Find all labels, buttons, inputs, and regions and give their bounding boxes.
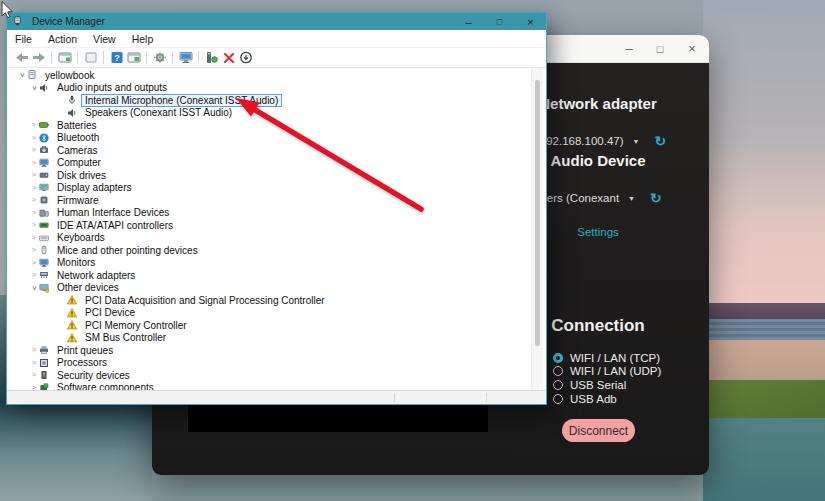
minimize-button[interactable]: – xyxy=(453,13,484,30)
device-manager-titlebar[interactable]: Device Manager – □ × xyxy=(7,13,546,30)
disable-icon[interactable] xyxy=(237,50,254,65)
tree-item[interactable]: Speakers (Conexant ISST Audio) xyxy=(7,107,546,120)
tree-item-label[interactable]: Software components xyxy=(54,382,157,390)
tree-item-label[interactable]: Network adapters xyxy=(54,270,138,281)
tree-item-label[interactable]: Other devices xyxy=(54,282,122,293)
menu-item-help[interactable]: Help xyxy=(124,33,162,45)
tree-item-label[interactable]: PCI Data Acquisition and Signal Processi… xyxy=(82,295,328,306)
close-button[interactable]: × xyxy=(515,13,546,30)
close-button[interactable]: × xyxy=(681,35,703,62)
tree-expander-icon[interactable]: > xyxy=(29,170,39,180)
tree-expander-icon[interactable]: > xyxy=(29,133,39,143)
help-icon[interactable]: ? xyxy=(108,50,125,65)
tree-item-label[interactable]: Firmware xyxy=(54,195,102,206)
tree-item[interactable]: PCI Memory Controller xyxy=(7,319,546,332)
minimize-button[interactable]: – xyxy=(618,35,640,62)
tree-item[interactable]: >Bluetooth xyxy=(7,132,546,145)
tree-item[interactable]: Internal Microphone (Conexant ISST Audio… xyxy=(7,94,546,107)
menu-item-view[interactable]: View xyxy=(85,33,124,45)
radio-icon[interactable] xyxy=(553,394,563,404)
maximize-button[interactable]: □ xyxy=(649,35,671,62)
tree-item-label[interactable]: Internal Microphone (Conexant ISST Audio… xyxy=(82,95,281,106)
tree-item[interactable]: >Network adapters xyxy=(7,269,546,282)
tree-item-label[interactable]: PCI Device xyxy=(82,307,138,318)
menu-item-file[interactable]: File xyxy=(7,33,40,45)
disconnect-button[interactable]: Disconnect xyxy=(562,419,635,442)
tree-item-label[interactable]: Print queues xyxy=(54,345,116,356)
tree-item[interactable]: PCI Data Acquisition and Signal Processi… xyxy=(7,294,546,307)
tree-expander-icon[interactable]: > xyxy=(29,245,39,255)
tree-item-label[interactable]: SM Bus Controller xyxy=(82,332,169,343)
tree-item-label[interactable]: Batteries xyxy=(54,120,99,131)
radio-icon[interactable] xyxy=(553,380,563,390)
tree-expander-icon[interactable]: > xyxy=(29,383,39,390)
tree-expander-icon[interactable]: > xyxy=(29,358,39,368)
menu-item-action[interactable]: Action xyxy=(40,33,85,45)
tree-item-label[interactable]: Processors xyxy=(54,357,110,368)
tree-item[interactable]: >Keyboards xyxy=(7,232,546,245)
tree-item-label[interactable]: Human Interface Devices xyxy=(54,207,172,218)
tree-item[interactable]: >Batteries xyxy=(7,119,546,132)
tree-expander-icon[interactable]: > xyxy=(29,195,39,205)
tree-expander-icon[interactable]: > xyxy=(29,233,39,243)
tree-item-label[interactable]: IDE ATA/ATAPI controllers xyxy=(54,220,176,231)
maximize-button[interactable]: □ xyxy=(484,13,515,30)
computer-icon[interactable] xyxy=(177,50,194,65)
tree-expander-icon[interactable]: > xyxy=(29,83,39,93)
tree-item[interactable]: >Mice and other pointing devices xyxy=(7,244,546,257)
forward-icon[interactable] xyxy=(30,50,47,65)
tree-item-label[interactable]: PCI Memory Controller xyxy=(82,320,190,331)
tree-item[interactable]: >Disk drives xyxy=(7,169,546,182)
tree-item[interactable]: >yellowbook xyxy=(7,69,546,82)
tree-expander-icon[interactable]: > xyxy=(29,370,39,380)
tree-expander-icon[interactable]: > xyxy=(29,183,39,193)
refresh-icon[interactable]: ↻ xyxy=(650,190,662,206)
connection-option[interactable]: WIFI / LAN (TCP) xyxy=(553,351,661,365)
scrollbar-thumb[interactable] xyxy=(535,80,540,346)
tree-item-label[interactable]: Audio inputs and outputs xyxy=(54,82,170,93)
scan-hardware-icon[interactable] xyxy=(203,50,220,65)
update-driver-icon[interactable] xyxy=(151,50,168,65)
tree-item[interactable]: >Computer xyxy=(7,157,546,170)
tree-item-label[interactable]: Disk drives xyxy=(54,170,109,181)
tree-item[interactable]: >Software components xyxy=(7,382,546,391)
tree-item[interactable]: >Security devices xyxy=(7,369,546,382)
tree-item[interactable]: >Monitors xyxy=(7,257,546,270)
back-icon[interactable] xyxy=(13,50,30,65)
tree-item[interactable]: SM Bus Controller xyxy=(7,332,546,345)
radio-selected-icon[interactable] xyxy=(553,353,563,363)
uninstall-icon[interactable] xyxy=(220,50,237,65)
tree-item-label[interactable]: Keyboards xyxy=(54,232,108,243)
tree-item[interactable]: >Firmware xyxy=(7,194,546,207)
tree-item-label[interactable]: Cameras xyxy=(54,145,101,156)
radio-icon[interactable] xyxy=(553,366,563,376)
blank-window-icon[interactable] xyxy=(82,50,99,65)
connection-option[interactable]: USB Adb xyxy=(553,392,661,406)
vertical-scrollbar[interactable] xyxy=(531,68,543,390)
tree-expander-icon[interactable]: > xyxy=(29,270,39,280)
tree-expander-icon[interactable]: > xyxy=(29,120,39,130)
tree-item[interactable]: >Display adapters xyxy=(7,182,546,195)
tree-item-label[interactable]: Monitors xyxy=(54,257,98,268)
tree-item[interactable]: >Cameras xyxy=(7,144,546,157)
tree-expander-icon[interactable]: > xyxy=(29,208,39,218)
tree-expander-icon[interactable]: > xyxy=(29,145,39,155)
tree-item[interactable]: >Other devices xyxy=(7,282,546,295)
tree-expander-icon[interactable]: > xyxy=(17,70,27,80)
properties-icon[interactable] xyxy=(125,50,142,65)
tree-item-label[interactable]: Speakers (Conexant ISST Audio) xyxy=(82,107,235,118)
tree-item-label[interactable]: yellowbook xyxy=(42,70,97,81)
tree-item[interactable]: >Human Interface Devices xyxy=(7,207,546,220)
tree-item-label[interactable]: Mice and other pointing devices xyxy=(54,245,201,256)
console-window-icon[interactable] xyxy=(56,50,73,65)
connection-option[interactable]: USB Serial xyxy=(553,378,661,392)
tree-expander-icon[interactable]: > xyxy=(29,220,39,230)
refresh-icon[interactable]: ↻ xyxy=(655,133,667,149)
tree-item[interactable]: >Audio inputs and outputs xyxy=(7,82,546,95)
tree-item[interactable]: >Print queues xyxy=(7,344,546,357)
tree-item[interactable]: PCI Device xyxy=(7,307,546,320)
tree-expander-icon[interactable]: > xyxy=(29,258,39,268)
tree-expander-icon[interactable]: > xyxy=(29,158,39,168)
connection-option[interactable]: WIFI / LAN (UDP) xyxy=(553,365,661,379)
tree-item[interactable]: >Processors xyxy=(7,357,546,370)
